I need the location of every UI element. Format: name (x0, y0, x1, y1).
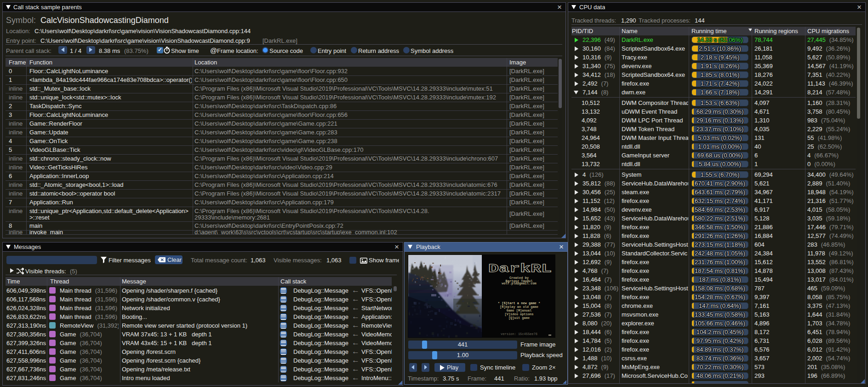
svg-text:[V]ideo options: [V]ideo options (504, 312, 533, 316)
svg-text:wolf.pld@gmail.com: wolf.pld@gmail.com (502, 282, 537, 285)
svg-text:version: 15c455ee76: version: 15c455ee76 (501, 332, 537, 336)
svg-text:[Q]uit game: [Q]uit game (508, 316, 530, 320)
svg-text:[R]eplay an old game: [R]eplay an old game (500, 305, 538, 309)
svg-text:Game [M]anual: Game [M]anual (507, 309, 532, 312)
svg-text:* [S]tart a new game *: * [S]tart a new game * (498, 301, 540, 305)
svg-text:DarkRL: DarkRL (488, 262, 552, 276)
